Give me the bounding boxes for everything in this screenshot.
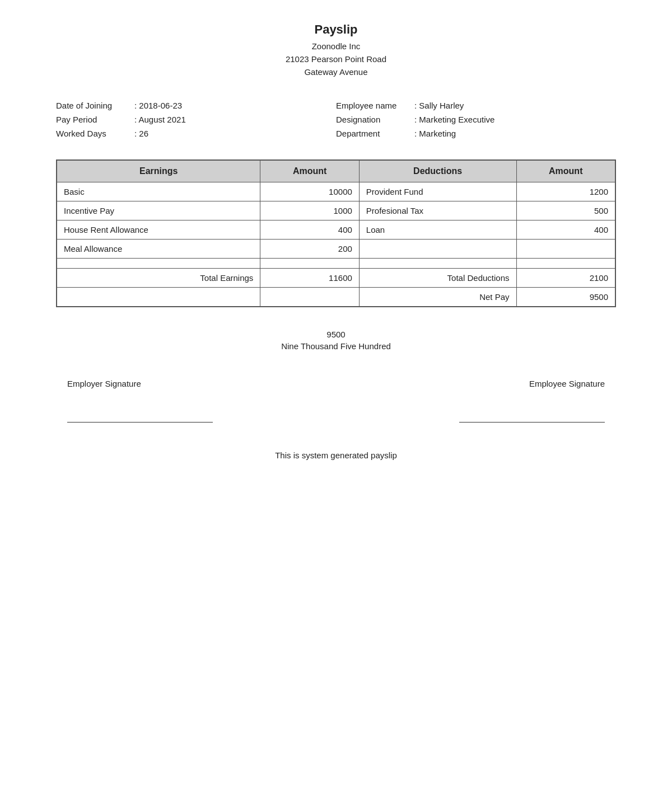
table-header-row: Earnings Amount Deductions Amount [57, 161, 615, 182]
net-pay-empty-1 [57, 288, 260, 307]
info-right: Employee name : Sally Harley Designation… [336, 101, 616, 143]
employer-signature-label: Employer Signature [67, 379, 141, 388]
earning-label: House Rent Allowance [57, 220, 260, 240]
earning-amount: 400 [260, 220, 359, 240]
pay-period-label: Pay Period [56, 115, 134, 124]
company-address: 21023 Pearson Point Road Gateway Avenue [56, 53, 616, 78]
employee-info-section: Date of Joining : 2018-06-23 Pay Period … [56, 101, 616, 143]
deduction-label: Loan [359, 220, 516, 240]
designation-row: Designation : Marketing Executive [336, 115, 616, 124]
deduction-label [359, 240, 516, 259]
employee-signature-line [459, 422, 605, 423]
net-pay-value: 9500 [516, 288, 615, 307]
signature-section: Employer Signature Employee Signature [56, 379, 616, 423]
worked-days-row: Worked Days : 26 [56, 129, 336, 138]
earning-amount: 200 [260, 240, 359, 259]
net-pay-number: 9500 [56, 330, 616, 339]
info-left: Date of Joining : 2018-06-23 Pay Period … [56, 101, 336, 143]
employer-signature-block: Employer Signature [67, 379, 213, 423]
table-row: Incentive Pay1000Profesional Tax500 [57, 201, 615, 220]
date-of-joining-label: Date of Joining [56, 101, 134, 110]
employee-name-row: Employee name : Sally Harley [336, 101, 616, 110]
deductions-header: Deductions [359, 161, 516, 182]
worked-days-value: : 26 [134, 129, 148, 138]
date-of-joining-value: : 2018-06-23 [134, 101, 182, 110]
company-name: Zoonodle Inc [56, 41, 616, 51]
total-deductions-label: Total Deductions [359, 269, 516, 288]
payslip-header: Payslip Zoonodle Inc 21023 Pearson Point… [56, 22, 616, 78]
table-row: Basic10000Provident Fund1200 [57, 182, 615, 201]
employee-name-label: Employee name [336, 101, 414, 110]
net-pay-section: 9500 Nine Thousand Five Hundred [56, 330, 616, 351]
earning-amount: 1000 [260, 201, 359, 220]
payslip-title: Payslip [56, 22, 616, 37]
date-of-joining-row: Date of Joining : 2018-06-23 [56, 101, 336, 110]
address-line1: 21023 Pearson Point Road [286, 54, 386, 64]
deduction-amount: 1200 [516, 182, 615, 201]
deduction-label: Provident Fund [359, 182, 516, 201]
spacer-row [57, 259, 615, 269]
net-pay-words: Nine Thousand Five Hundred [56, 341, 616, 351]
deduction-amount [516, 240, 615, 259]
employee-signature-label: Employee Signature [529, 379, 605, 388]
total-earnings-label: Total Earnings [57, 269, 260, 288]
earning-label: Meal Allowance [57, 240, 260, 259]
employee-name-value: : Sally Harley [414, 101, 464, 110]
total-deductions-value: 2100 [516, 269, 615, 288]
earning-amount: 10000 [260, 182, 359, 201]
total-earnings-row: Total Earnings11600Total Deductions2100 [57, 269, 615, 288]
footer-note: This is system generated payslip [56, 450, 616, 460]
employer-signature-line [67, 422, 213, 423]
address-line2: Gateway Avenue [304, 67, 367, 77]
deduction-amount: 400 [516, 220, 615, 240]
payslip-table-section: Earnings Amount Deductions Amount Basic1… [56, 159, 616, 307]
net-pay-empty-2 [260, 288, 359, 307]
amount-header-2: Amount [516, 161, 615, 182]
pay-period-value: : August 2021 [134, 115, 186, 124]
worked-days-label: Worked Days [56, 129, 134, 138]
deduction-label: Profesional Tax [359, 201, 516, 220]
earning-label: Incentive Pay [57, 201, 260, 220]
designation-label: Designation [336, 115, 414, 124]
deduction-amount: 500 [516, 201, 615, 220]
payslip-table: Earnings Amount Deductions Amount Basic1… [57, 160, 615, 307]
employee-signature-block: Employee Signature [459, 379, 605, 423]
amount-header-1: Amount [260, 161, 359, 182]
table-row: House Rent Allowance400Loan400 [57, 220, 615, 240]
earnings-header: Earnings [57, 161, 260, 182]
department-value: : Marketing [414, 129, 456, 138]
department-label: Department [336, 129, 414, 138]
net-pay-label: Net Pay [359, 288, 516, 307]
net-pay-row: Net Pay9500 [57, 288, 615, 307]
earning-label: Basic [57, 182, 260, 201]
department-row: Department : Marketing [336, 129, 616, 138]
table-row: Meal Allowance200 [57, 240, 615, 259]
pay-period-row: Pay Period : August 2021 [56, 115, 336, 124]
designation-value: : Marketing Executive [414, 115, 494, 124]
total-earnings-value: 11600 [260, 269, 359, 288]
